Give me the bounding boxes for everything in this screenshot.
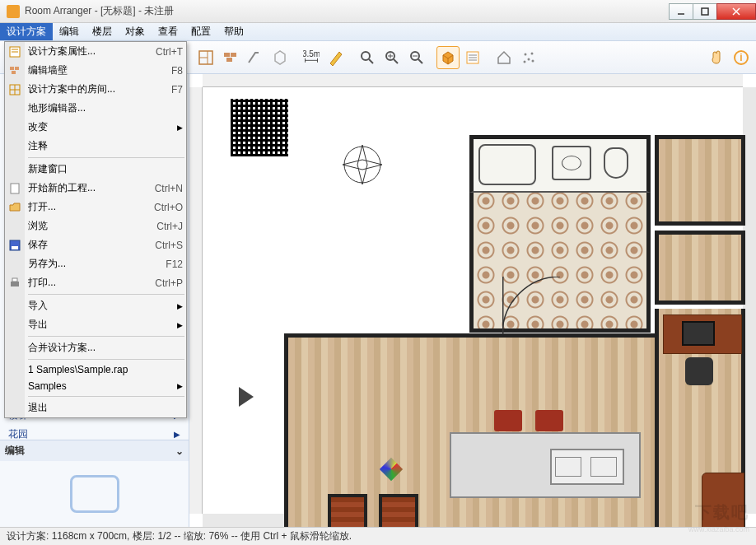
menu-bar: 设计方案 编辑 楼层 对象 查看 配置 帮助 [0,23,756,41]
svg-rect-40 [15,67,19,70]
menu-separator [28,157,184,158]
wall-icon [8,64,21,77]
tool-wall-edit[interactable] [244,46,267,69]
submenu-arrow-icon: ▶ [177,123,183,132]
svg-point-27 [525,53,527,55]
status-text: 设计方案: 1168cm x 700cm, 楼层: 1/2 -- 缩放: 76%… [7,529,352,543]
tool-zoom-in[interactable] [380,46,404,69]
preview-shape [70,475,119,513]
floorplan-canvas[interactable] [206,91,740,510]
svg-line-21 [418,59,422,63]
file-menu-dropdown: 设计方案属性...Ctrl+T编辑墙壁F8设计方案中的房间...F7地形编辑器.… [4,41,187,418]
menu-item-label: 新建窗口 [28,162,68,176]
tool-measure[interactable]: 3.5m [300,46,323,69]
tool-wall[interactable] [219,46,242,69]
svg-rect-1 [702,8,708,15]
tool-zoom-fit[interactable] [356,46,379,69]
menu-item-label: 导入 [28,299,48,313]
tool-3d-view[interactable] [436,46,460,69]
svg-line-15 [369,59,373,63]
submenu-arrow-icon: ▶ [177,382,183,390]
window-controls [670,3,756,20]
preview-pane [0,461,189,527]
maximize-button[interactable] [693,3,717,20]
menu-help[interactable]: 帮助 [217,23,250,40]
tool-hand[interactable] [705,46,728,69]
properties-icon [8,45,21,58]
menu-item-7[interactable]: 新建窗口 [5,160,186,179]
menu-item-label: 打印... [28,276,56,290]
tool-home[interactable] [492,46,516,69]
menu-item-label: 1 Samples\Sample.rap [28,364,128,375]
kitchen-island [450,432,641,498]
tool-info[interactable]: i [730,46,753,69]
menu-item-5[interactable]: 注释 [5,137,186,156]
menu-config[interactable]: 配置 [184,23,217,40]
menu-file[interactable]: 设计方案 [0,23,53,40]
tool-zoom-out[interactable] [405,46,428,69]
svg-rect-41 [12,71,16,74]
submenu-arrow-icon: ▶ [177,302,183,310]
menu-item-2[interactable]: 设计方案中的房间...F7 [5,80,186,99]
menu-item-label: 退出 [28,401,48,415]
menu-item-16[interactable]: 导出▶ [5,315,186,334]
menu-edit[interactable]: 编辑 [53,23,86,40]
edit-section-label: 编辑 [5,444,25,458]
menu-item-10[interactable]: 浏览Ctrl+J [5,217,186,235]
menu-item-0[interactable]: 设计方案属性...Ctrl+T [5,42,186,61]
app-icon [7,5,20,18]
menu-item-label: 保存 [28,238,48,252]
svg-rect-49 [12,278,17,282]
bathroom-fixtures [469,135,651,193]
menu-item-23[interactable]: 退出 [5,398,186,417]
menu-item-4[interactable]: 改变▶ [5,118,186,137]
menu-item-label: 另存为... [28,257,66,271]
stairs [328,494,367,527]
menu-object[interactable]: 对象 [119,23,152,40]
window-title: Room Arranger - [无标题] - 未注册 [25,4,670,18]
monitor-icon [682,321,715,346]
svg-rect-8 [231,53,236,57]
minimize-button[interactable] [669,3,693,20]
tool-scatter[interactable] [517,46,540,69]
print-icon [8,277,21,290]
menu-item-label: 地形编辑器... [28,101,86,115]
close-button[interactable] [716,3,756,20]
door-arc-icon [502,277,560,334]
svg-line-17 [394,59,398,63]
stool [535,410,563,431]
tool-3d-wall[interactable] [268,46,292,69]
menu-item-3[interactable]: 地形编辑器... [5,99,186,118]
svg-rect-47 [12,246,18,249]
menu-item-8[interactable]: 开始新的工程...Ctrl+N [5,179,186,198]
category-garden[interactable]: 花园▶ [3,425,185,440]
menu-item-13[interactable]: 打印...Ctrl+P [5,273,186,292]
menu-item-label: 注释 [28,139,48,153]
menu-shortcut: Ctrl+P [138,277,183,289]
qr-code [231,99,288,156]
edit-section-header[interactable]: 编辑 ⌄ [0,440,189,461]
menu-item-label: 导出 [28,318,48,332]
menu-item-1[interactable]: 编辑墙壁F8 [5,61,186,80]
menu-item-12[interactable]: 另存为...F12 [5,254,186,273]
svg-rect-48 [11,282,19,286]
menu-item-21[interactable]: Samples▶ [5,378,186,394]
menu-item-11[interactable]: 保存Ctrl+S [5,235,186,254]
sink-icon [552,146,591,180]
tool-floorplan[interactable] [194,46,217,69]
tool-pencil[interactable] [324,46,348,69]
rooms-icon [8,83,21,96]
menu-view[interactable]: 查看 [152,23,184,40]
menu-separator [28,359,184,360]
menu-item-label: 设计方案中的房间... [28,82,115,96]
menu-item-18[interactable]: 合并设计方案... [5,338,186,357]
menu-item-15[interactable]: 导入▶ [5,296,186,315]
menu-item-9[interactable]: 打开...Ctrl+O [5,198,186,217]
menu-item-20[interactable]: 1 Samples\Sample.rap [5,361,186,378]
menu-floor[interactable]: 楼层 [86,23,119,40]
menu-shortcut: Ctrl+N [138,183,183,194]
menu-shortcut: F12 [149,259,183,270]
svg-point-31 [532,59,534,62]
submenu-arrow-icon: ▶ [177,321,183,329]
tool-list[interactable] [461,46,484,69]
